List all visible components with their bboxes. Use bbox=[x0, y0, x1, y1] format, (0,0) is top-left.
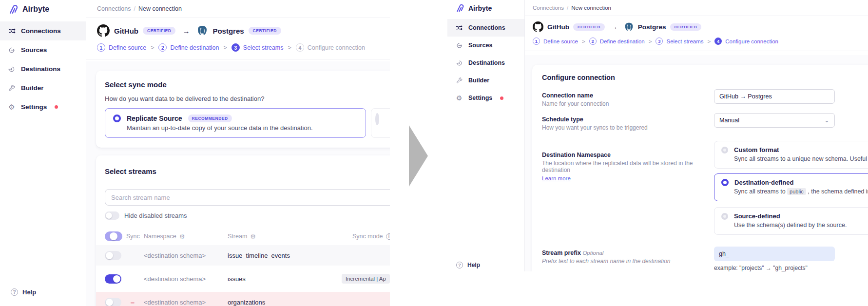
hide-disabled-streams-toggle[interactable] bbox=[105, 211, 119, 220]
stream-namespace: <destination schema> bbox=[144, 299, 223, 306]
airbyte-logo[interactable]: Airbyte bbox=[0, 0, 86, 19]
step-define-destination[interactable]: 2 Define destination bbox=[158, 43, 219, 52]
connection-name-help: Name for your connection bbox=[542, 100, 714, 107]
sidebar-item-label: Destinations bbox=[468, 59, 505, 66]
stream-sync-toggle[interactable] bbox=[105, 274, 121, 284]
help-button[interactable]: ? Help bbox=[11, 288, 36, 296]
option-partially-visible[interactable] bbox=[371, 108, 390, 138]
main-area: Connections / New connection GitHub CERT… bbox=[525, 0, 868, 271]
breadcrumb-separator: / bbox=[134, 5, 135, 12]
sidebar-item-label: Sources bbox=[468, 42, 492, 49]
stream-row-issue-timeline-events[interactable]: <destination schema> issue_timeline_even… bbox=[96, 245, 390, 266]
learn-more-link[interactable]: Learn more bbox=[542, 175, 571, 181]
sidebar-item-sources[interactable]: Sources bbox=[447, 37, 524, 54]
stream-prefix-input[interactable] bbox=[714, 247, 835, 261]
radio-unselected-icon[interactable] bbox=[375, 113, 379, 125]
sidebar-item-label: Builder bbox=[21, 84, 44, 92]
breadcrumb-connections[interactable]: Connections bbox=[533, 5, 564, 11]
step-configure-connection[interactable]: 4 Configure connection bbox=[296, 43, 365, 52]
option-source-defined[interactable]: Source-defined Use the schema(s) defined… bbox=[714, 207, 868, 235]
step-select-streams[interactable]: 3 Select streams bbox=[231, 43, 284, 52]
schedule-type-label: Schedule type bbox=[542, 116, 714, 123]
namespace-label: Destination Namespace bbox=[542, 152, 714, 158]
radio-unselected-icon[interactable] bbox=[721, 213, 728, 220]
stream-row-issues[interactable]: <destination schema> issues Incremental … bbox=[96, 268, 390, 289]
option-replicate-source[interactable]: Replicate Source RECOMMENDED Maintain an… bbox=[105, 108, 366, 138]
wrench-icon bbox=[455, 77, 463, 84]
github-icon bbox=[533, 21, 543, 32]
sidebar-item-connections[interactable]: Connections bbox=[447, 19, 524, 37]
breadcrumb-separator: / bbox=[567, 5, 568, 11]
step-separator: > bbox=[708, 38, 711, 44]
step-define-source[interactable]: 1 Define source bbox=[533, 38, 578, 45]
wizard-steps: 1 Define source > 2 Define destination >… bbox=[525, 32, 868, 45]
gear-icon: ⚙ bbox=[455, 95, 463, 101]
sidebar-item-builder[interactable]: Builder bbox=[447, 72, 524, 89]
stream-row-organizations[interactable]: – <destination schema> organizations bbox=[96, 292, 390, 306]
step-separator: > bbox=[288, 44, 291, 51]
breadcrumb-connections[interactable]: Connections bbox=[97, 5, 131, 12]
radio-selected-icon[interactable] bbox=[721, 179, 729, 186]
sources-icon bbox=[455, 42, 463, 49]
wizard-steps: 1 Define source > 2 Define destination >… bbox=[86, 37, 390, 52]
breadcrumb-current-page: New connection bbox=[138, 5, 182, 12]
stream-sync-toggle[interactable] bbox=[105, 298, 121, 306]
certified-badge: CERTIFIED bbox=[670, 23, 702, 31]
option-description: Sync all streams to public , the schema … bbox=[734, 188, 868, 195]
postgres-icon bbox=[624, 22, 634, 32]
schedule-type-select[interactable]: Manual ⌄ bbox=[714, 113, 835, 128]
step-define-destination[interactable]: 2 Define destination bbox=[589, 38, 645, 45]
logo-text: Airbyte bbox=[22, 5, 49, 14]
sidebar-item-destinations[interactable]: Destinations bbox=[447, 54, 524, 72]
sidebar-item-label: Connections bbox=[21, 27, 61, 35]
namespace-settings-gear-icon[interactable]: ⚙ bbox=[179, 233, 185, 240]
step-configure-connection[interactable]: 4 Configure connection bbox=[714, 38, 778, 45]
sidebar-item-sources[interactable]: Sources bbox=[0, 40, 86, 59]
step-select-streams[interactable]: 3 Select streams bbox=[656, 38, 703, 45]
option-label: Destination-defined bbox=[734, 179, 793, 186]
source-name: GitHub bbox=[114, 27, 138, 35]
logo-text: Airbyte bbox=[468, 4, 492, 12]
help-button[interactable]: ? Help bbox=[456, 262, 480, 268]
airbyte-logo[interactable]: Airbyte bbox=[447, 0, 524, 16]
sidebar-item-label: Settings bbox=[468, 95, 492, 101]
wrench-icon bbox=[7, 84, 16, 92]
schedule-type-value: Manual bbox=[719, 117, 739, 124]
radio-selected-icon[interactable] bbox=[113, 115, 121, 122]
sidebar-item-label: Builder bbox=[468, 77, 489, 84]
error-dash-icon: – bbox=[126, 298, 139, 306]
optional-tag: Optional bbox=[582, 250, 603, 256]
stream-sync-toggle[interactable] bbox=[105, 251, 121, 260]
sync-all-toggle[interactable] bbox=[105, 231, 122, 241]
search-stream-input[interactable] bbox=[105, 189, 390, 206]
namespace-help: The location where the replicated data w… bbox=[542, 160, 714, 173]
sidebar-item-settings[interactable]: ⚙ Settings bbox=[447, 89, 524, 107]
option-custom-format[interactable]: Custom format Sync all streams to a uniq… bbox=[714, 141, 868, 169]
sidebar-menu: Connections Sources bbox=[0, 21, 86, 116]
configure-connection-card: Configure connection Connection name Nam… bbox=[532, 65, 868, 271]
connector-header: GitHub CERTIFIED → Postgres CERTIFIED bbox=[525, 16, 868, 32]
notification-dot bbox=[55, 105, 58, 109]
stream-settings-gear-icon[interactable]: ⚙ bbox=[250, 233, 256, 240]
sync-mode-badge[interactable]: Incremental | Ap bbox=[342, 274, 390, 284]
column-namespace: Namespace ⚙ bbox=[144, 233, 223, 240]
sidebar: Airbyte Connections bbox=[447, 0, 525, 271]
option-destination-defined[interactable]: Destination-defined Sync all streams to … bbox=[714, 173, 868, 201]
option-description: Maintain an up-to-date copy of your sour… bbox=[127, 124, 358, 132]
sidebar-item-label: Settings bbox=[21, 103, 47, 111]
schedule-type-help: How you want your syncs to be triggered bbox=[542, 124, 714, 131]
option-label: Custom format bbox=[734, 146, 779, 153]
connections-icon bbox=[455, 24, 463, 32]
chevron-down-icon: ⌄ bbox=[824, 119, 829, 122]
sidebar-item-destinations[interactable]: Destinations bbox=[0, 59, 86, 78]
sync-mode-question: How do you want data to be delivered to … bbox=[105, 95, 390, 102]
sidebar-item-builder[interactable]: Builder bbox=[0, 78, 86, 97]
connection-name-label: Connection name bbox=[542, 92, 714, 99]
sidebar: Airbyte Connections bbox=[0, 0, 86, 306]
radio-unselected-icon[interactable] bbox=[721, 147, 728, 153]
sidebar-item-connections[interactable]: Connections bbox=[0, 21, 86, 40]
sidebar-item-settings[interactable]: ⚙ Settings bbox=[0, 97, 86, 116]
connection-name-input[interactable] bbox=[714, 89, 835, 104]
step-define-source[interactable]: 1 Define source bbox=[97, 43, 146, 52]
info-icon: i bbox=[386, 233, 390, 240]
